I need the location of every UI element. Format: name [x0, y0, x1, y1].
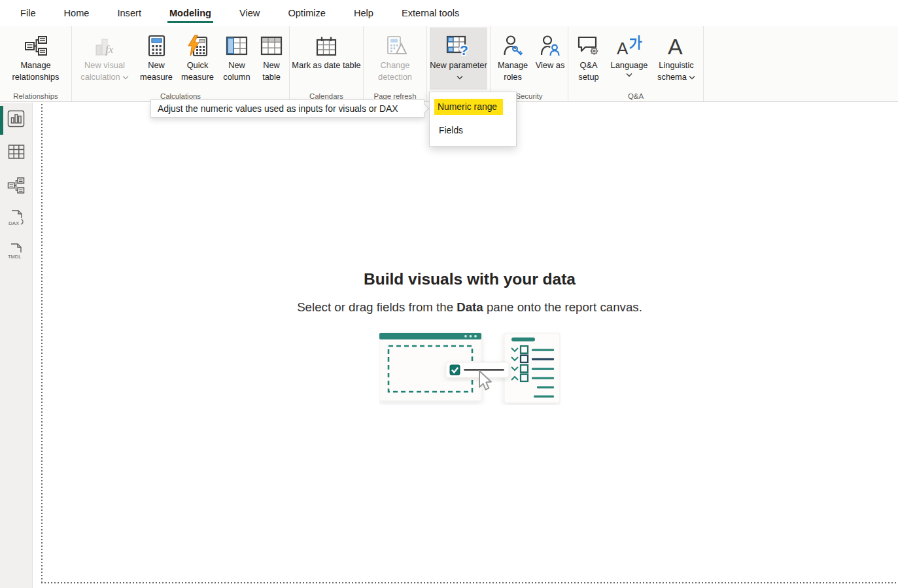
- svg-text:fx: fx: [105, 43, 114, 56]
- ribbon-group-relationships: Manage relationships Relationships: [0, 26, 72, 101]
- linguistic-schema-icon: A: [666, 32, 686, 60]
- ribbon-group-calculations: fx New visual calculation: [72, 26, 290, 101]
- svg-text:A: A: [617, 39, 629, 58]
- button-label: View as: [536, 60, 565, 70]
- new-parameter-dropdown-menu: Numeric range Fields: [429, 92, 517, 147]
- button-label: Change detection: [378, 60, 412, 82]
- svg-text:A: A: [668, 34, 683, 58]
- button-label: New measure: [140, 60, 173, 82]
- ribbon-group-page-refresh: Change detection Page refresh: [364, 26, 427, 101]
- manage-roles-button[interactable]: Manage roles: [492, 27, 534, 90]
- menu-item-modeling[interactable]: Modeling: [169, 8, 211, 18]
- new-table-button[interactable]: New table: [255, 27, 288, 90]
- view-switcher-sidebar: DAX TMDL: [0, 103, 33, 588]
- numeric-range-highlight: Numeric range: [434, 99, 503, 115]
- ribbon-group-qa: Q&A setup A Language: [568, 26, 704, 101]
- new-measure-icon: [147, 32, 166, 60]
- group-label-qa: Q&A: [568, 92, 703, 100]
- quick-measure-button[interactable]: Quick measure: [177, 27, 218, 90]
- quick-measure-icon: [186, 32, 209, 60]
- svg-text:DAX: DAX: [9, 220, 20, 226]
- button-label: Manage relationships: [12, 60, 60, 82]
- drag-fields-illustration: [379, 332, 561, 407]
- menu-item-insert[interactable]: Insert: [117, 8, 141, 18]
- manage-relationships-icon: [24, 32, 48, 60]
- table-view-icon: [8, 144, 25, 162]
- tooltip-text: Adjust the numeric values used as inputs…: [158, 103, 398, 114]
- button-label: Language: [611, 60, 648, 70]
- menu-item-fields[interactable]: Fields: [430, 116, 516, 138]
- menu-item-help[interactable]: Help: [354, 8, 373, 18]
- mark-as-date-table-button[interactable]: Mark as date table: [291, 27, 362, 90]
- button-label: Quick measure: [181, 60, 214, 82]
- empty-state: Build visuals with your data Select or d…: [41, 103, 898, 407]
- change-detection-button: Change detection: [365, 27, 425, 90]
- chevron-down-icon: [626, 73, 632, 77]
- report-page-border-bottom: [41, 582, 898, 583]
- power-bi-window: File Home Insert Modeling View Optimize …: [0, 0, 898, 588]
- qa-setup-icon: [577, 32, 600, 60]
- new-parameter-button[interactable]: ? New parameter: [430, 27, 487, 90]
- button-label: Manage roles: [498, 60, 528, 82]
- group-label-relationships: Relationships: [0, 92, 71, 100]
- main-area: DAX TMDL Build visuals with your data: [0, 103, 898, 588]
- visual-calculation-icon: fx: [93, 32, 116, 60]
- menu-item-external-tools[interactable]: External tools: [402, 8, 459, 18]
- dax-query-view-icon: DAX: [7, 209, 26, 230]
- chevron-down-icon: [689, 75, 695, 80]
- linguistic-schema-button[interactable]: A Linguistic schema: [651, 27, 702, 90]
- button-label: New parameter: [430, 60, 487, 70]
- mark-as-date-table-icon: [315, 32, 337, 60]
- model-view-icon: [7, 177, 25, 197]
- button-label: New column: [223, 60, 250, 82]
- chevron-down-icon: [457, 75, 463, 80]
- new-parameter-icon: ?: [446, 32, 471, 60]
- report-canvas[interactable]: Build visuals with your data Select or d…: [33, 103, 898, 588]
- empty-state-title: Build visuals with your data: [364, 270, 576, 288]
- ribbon: Manage relationships Relationships fx Ne…: [0, 26, 898, 102]
- manage-roles-icon: [503, 32, 523, 60]
- view-as-icon: [540, 32, 560, 60]
- menu-item-home[interactable]: Home: [64, 8, 90, 18]
- svg-text:?: ?: [460, 43, 468, 56]
- ribbon-group-security: Manage roles View as Security: [491, 26, 568, 101]
- new-visual-calculation-button: fx New visual calculation: [73, 27, 136, 90]
- menu-item-numeric-range[interactable]: Numeric range: [430, 97, 516, 116]
- menu-item-file[interactable]: File: [20, 8, 36, 18]
- qa-setup-button[interactable]: Q&A setup: [570, 27, 608, 90]
- button-label: Mark as date table: [292, 60, 360, 70]
- svg-text:TMDL: TMDL: [8, 254, 21, 260]
- button-label: Q&A setup: [578, 60, 598, 82]
- ribbon-group-calendars: Mark as date table Calendars: [290, 26, 364, 101]
- sidebar-item-model-view[interactable]: [0, 177, 33, 196]
- menu-item-optimize[interactable]: Optimize: [288, 8, 326, 18]
- new-column-icon: [226, 32, 248, 60]
- report-view-icon: [7, 110, 25, 130]
- ribbon-group-parameters: ? New parameter: [427, 26, 491, 101]
- button-label: New visual calculation: [80, 60, 125, 82]
- language-button[interactable]: A Language: [608, 27, 651, 90]
- empty-state-subtitle: Select or drag fields from the Data pane…: [297, 300, 642, 315]
- sidebar-item-table-view[interactable]: [0, 144, 33, 162]
- menu-bar: File Home Insert Modeling View Optimize …: [0, 0, 898, 26]
- sidebar-item-tmdl-view[interactable]: TMDL: [0, 244, 33, 262]
- language-icon: A: [616, 32, 642, 60]
- tmdl-view-icon: TMDL: [7, 243, 26, 264]
- sidebar-item-report-view[interactable]: [0, 111, 33, 129]
- view-as-button[interactable]: View as: [534, 27, 566, 90]
- manage-relationships-button[interactable]: Manage relationships: [1, 27, 70, 90]
- new-measure-button[interactable]: New measure: [136, 27, 177, 90]
- chevron-down-icon: [122, 75, 129, 80]
- menu-item-view[interactable]: View: [239, 8, 260, 18]
- new-parameter-tooltip: Adjust the numeric values used as inputs…: [150, 99, 424, 118]
- button-label: New table: [262, 60, 281, 82]
- change-detection-icon: [383, 32, 407, 60]
- new-table-icon: [260, 32, 283, 60]
- sidebar-item-dax-query-view[interactable]: DAX: [0, 211, 33, 229]
- new-column-button[interactable]: New column: [218, 27, 255, 90]
